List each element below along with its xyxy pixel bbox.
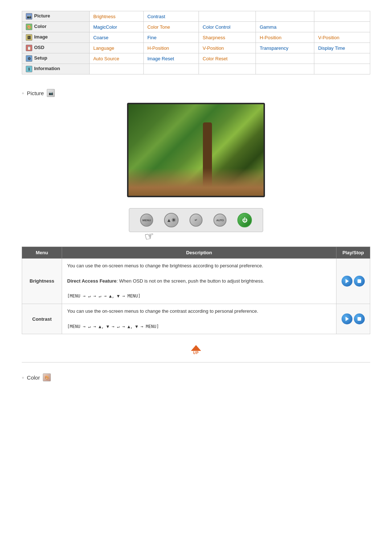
nav-item[interactable]: V-Position — [314, 32, 370, 43]
nav-item[interactable]: MagicColor — [89, 22, 143, 32]
play-stop-cell — [336, 259, 370, 304]
color-heading-text: Color — [27, 374, 40, 381]
desc-formula: [MENU → ↵ → ▲, ▼ → ↵ → ▲, ▼ → MENU] — [67, 324, 159, 329]
desc-menu-cell: Contrast — [22, 304, 62, 334]
nav-item[interactable]: Contrast — [143, 11, 199, 22]
picture-icon: 📷 — [47, 89, 55, 97]
enter-icon: ↵ — [195, 218, 197, 222]
nav-item — [199, 11, 256, 22]
nav-item — [256, 11, 314, 22]
nav-item[interactable]: H-Position — [256, 32, 314, 43]
brightness-button[interactable]: ▲☀ — [164, 213, 179, 227]
picture-bullet: ○ — [22, 91, 24, 95]
nav-item[interactable]: Color Reset — [199, 53, 256, 64]
monitor-screen — [128, 104, 264, 196]
buttons-bar: MENU ▲☀ ↵ AUTO ⏻ ☞ — [129, 208, 263, 232]
play-buttons — [342, 276, 365, 287]
nav-item[interactable]: Gamma — [256, 22, 314, 32]
stop-button[interactable] — [354, 313, 365, 324]
menu-button[interactable]: MENU — [140, 214, 153, 227]
stop-icon — [358, 279, 361, 283]
desc-menu-cell: Brightness — [22, 259, 62, 304]
desc-text-cell: You can use the on-screen menus to chang… — [62, 259, 336, 304]
nav-category-picture[interactable]: 📷Picture — [22, 11, 90, 22]
nav-category-image[interactable]: 🖼Image — [22, 32, 90, 43]
up-button[interactable]: UP — [191, 345, 201, 355]
stop-button[interactable] — [354, 276, 365, 287]
play-buttons — [342, 313, 365, 324]
up-label-text: UP — [193, 351, 199, 355]
monitor-container — [22, 103, 370, 197]
nav-item — [89, 64, 143, 74]
brightness-icon: ▲☀ — [167, 217, 176, 223]
picture-section-heading: ○ Picture 📷 — [22, 89, 370, 97]
play-button[interactable] — [342, 276, 352, 287]
desc-line1: You can use the on-screen menus to chang… — [67, 308, 258, 314]
play-button[interactable] — [342, 313, 352, 324]
col-menu-header: Menu — [22, 247, 62, 259]
nav-category-color[interactable]: 🎨Color — [22, 22, 90, 32]
nav-item[interactable]: Auto Source — [89, 53, 143, 64]
hand-pointer-icon: ☞ — [143, 229, 155, 243]
color-section-heading: ○ Color 🎨 — [22, 373, 370, 381]
buttons-container: MENU ▲☀ ↵ AUTO ⏻ ☞ — [22, 208, 370, 232]
nav-item[interactable]: Transparency — [256, 43, 314, 53]
nav-item — [314, 11, 370, 22]
col-playstop-header: Play/Stop — [336, 247, 370, 259]
stop-icon — [358, 317, 361, 321]
up-arrow-icon — [191, 345, 201, 351]
power-button[interactable]: ⏻ — [237, 213, 252, 227]
nav-item[interactable]: Image Reset — [143, 53, 199, 64]
picture-heading-text: Picture — [27, 90, 44, 96]
play-stop-cell — [336, 304, 370, 334]
play-icon — [346, 317, 349, 321]
nav-item — [314, 22, 370, 32]
desc-line2: : When OSD is not on the screen, push th… — [117, 278, 264, 284]
nav-item[interactable]: Sharpness — [199, 32, 256, 43]
up-container: UP — [22, 345, 370, 355]
nav-item — [314, 53, 370, 64]
nav-item — [143, 64, 199, 74]
enter-button[interactable]: ↵ — [189, 214, 203, 227]
nav-category-information[interactable]: ℹInformation — [22, 64, 90, 74]
power-icon: ⏻ — [242, 217, 247, 223]
auto-button[interactable]: AUTO — [213, 214, 226, 227]
nav-item[interactable]: Display Time — [314, 43, 370, 53]
nav-item[interactable]: Brightness — [89, 11, 143, 22]
menu-button-label: MENU — [142, 219, 151, 222]
nav-item[interactable]: Language — [89, 43, 143, 53]
color-icon: 🎨 — [43, 373, 51, 381]
nav-item[interactable]: H-Position — [143, 43, 199, 53]
color-bullet: ○ — [22, 376, 24, 380]
desc-text-cell: You can use the on-screen menus to chang… — [62, 304, 336, 334]
desc-line1: You can use the on-screen menus to chang… — [67, 263, 263, 268]
nav-table: 📷PictureBrightnessContrast🎨ColorMagicCol… — [22, 11, 370, 74]
nav-item — [256, 53, 314, 64]
section-divider — [22, 362, 370, 362]
monitor-frame — [127, 103, 265, 197]
desc-formula: [MENU → ↵ → ↵ → ▲, ▼ → MENU] — [67, 293, 140, 299]
direct-access-label: Direct Access Feature — [67, 278, 117, 284]
nav-category-setup[interactable]: ⚙Setup — [22, 53, 90, 64]
nav-item — [314, 64, 370, 74]
nav-item[interactable]: Color Tone — [143, 22, 199, 32]
nav-category-osd[interactable]: 📋OSD — [22, 43, 90, 53]
play-icon — [346, 279, 349, 283]
description-table: Menu Description Play/Stop BrightnessYou… — [22, 247, 370, 334]
nav-item — [199, 64, 256, 74]
nav-item[interactable]: Color Control — [199, 22, 256, 32]
nav-item — [256, 64, 314, 74]
auto-button-label: AUTO — [216, 219, 224, 222]
nav-item[interactable]: Fine — [143, 32, 199, 43]
nav-item[interactable]: V-Position — [199, 43, 256, 53]
col-description-header: Description — [62, 247, 336, 259]
nav-item[interactable]: Coarse — [89, 32, 143, 43]
